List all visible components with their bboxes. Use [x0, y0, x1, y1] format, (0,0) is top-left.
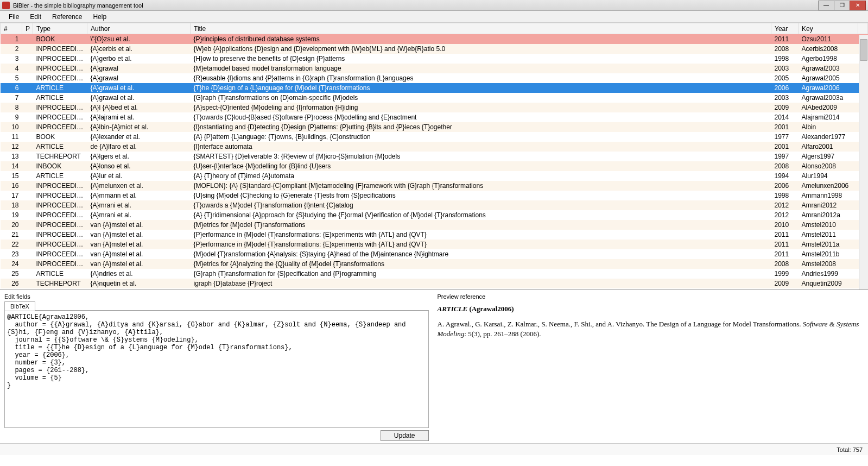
cell-title: {W}eb {A}pplications {D}esign and {D}eve…: [191, 44, 771, 54]
cell-type: INPROCEEDIN...: [33, 259, 87, 269]
cell-title: {U}sing {M}odel {C}hecking to {G}enerate…: [191, 191, 771, 200]
table-row[interactable]: 22INPROCEEDIN...van {A}mstel et al.{P}er…: [1, 240, 868, 249]
table-row[interactable]: 18INPROCEEDIN...{A}mrani et al.{T}owards…: [1, 200, 868, 210]
cell-author: {A}cerbis et al.: [87, 44, 191, 54]
table-row[interactable]: 26TECHREPORT{A}nquetin et al.igraph {D}a…: [1, 279, 868, 288]
table-row[interactable]: 3INPROCEEDIN...{A}gerbo et al.{H}ow to p…: [1, 54, 868, 64]
table-row[interactable]: 15ARTICLE{A}lur et al.{A} {T}heory of {T…: [1, 171, 868, 181]
minimize-button[interactable]: —: [818, 1, 834, 10]
table-row[interactable]: 7ARTICLE{A}grawal et al.{G}raph {T}ransf…: [1, 93, 868, 103]
cell-author: {A}grawal: [87, 73, 191, 83]
table-row[interactable]: 20INPROCEEDIN...van {A}mstel et al.{M}et…: [1, 220, 868, 230]
col-header-key[interactable]: Key: [799, 23, 858, 34]
table-row[interactable]: 13TECHREPORT{A}lgers et al.{SMARTEST} {D…: [1, 152, 868, 161]
cell-p: [22, 259, 33, 269]
cell-p: [22, 112, 33, 122]
table-row[interactable]: 6ARTICLE{A}grawal et al.{T}he {D}esign o…: [1, 83, 868, 93]
col-header-p[interactable]: P: [22, 23, 33, 34]
menu-file[interactable]: File: [3, 12, 24, 22]
table-row[interactable]: 21INPROCEEDIN...van {A}mstel et al.{P}er…: [1, 230, 868, 240]
vertical-scrollbar[interactable]: [859, 35, 868, 289]
cell-year: 1994: [771, 171, 799, 181]
preview-body: ARTICLE (Agrawal2006) A. Agrawal., G. Ka…: [438, 301, 862, 441]
cell-p: [22, 132, 33, 142]
cell-title: {I}nstantiating and {D}etecting {D}esign…: [191, 122, 771, 132]
table-row[interactable]: 10INPROCEEDIN...{A}lbin-{A}miot et al.{I…: [1, 122, 868, 132]
cell-type: INPROCEEDIN...: [33, 210, 87, 220]
cell-type: BOOK: [33, 34, 87, 44]
table-row[interactable]: 14INBOOK{A}lonso et al.{U}ser-{I}nterfac…: [1, 161, 868, 171]
cell-p: [22, 279, 33, 288]
table-row[interactable]: 2INPROCEEDIN...{A}cerbis et al.{W}eb {A}…: [1, 44, 868, 54]
cell-author: {A}grawal et al.: [87, 83, 191, 93]
col-header-author[interactable]: Author: [87, 23, 191, 34]
table-row[interactable]: 5INPROCEEDIN...{A}grawal{R}eusable {I}di…: [1, 73, 868, 83]
cell-p: [22, 161, 33, 171]
table-row[interactable]: 9INPROCEEDIN...{A}lajrami et al.{T}oward…: [1, 112, 868, 122]
col-header-title[interactable]: Title: [191, 23, 771, 34]
cell-title: {A}spect-{O}riented {M}odeling and {I}nf…: [191, 103, 771, 112]
edit-fields-label: Edit fields: [4, 293, 429, 300]
cell-type: INPROCEEDIN...: [33, 220, 87, 230]
table-row[interactable]: 25ARTICLE{A}ndries et al.{G}raph {T}rans…: [1, 269, 868, 279]
cell-p: [22, 230, 33, 240]
cell-p: [22, 220, 33, 230]
cell-p: [22, 54, 33, 64]
cell-key: Ammann1998: [799, 191, 858, 200]
preview-heading-line: ARTICLE (Agrawal2006): [438, 304, 862, 314]
cell-p: [22, 152, 33, 161]
cell-key: Agerbo1998: [799, 54, 858, 64]
table-row[interactable]: 19INPROCEEDIN...{A}mrani et al.{A} {T}ri…: [1, 210, 868, 220]
cell-p: [22, 240, 33, 249]
cell-num: 11: [1, 132, 22, 142]
table-row[interactable]: 8INPROCEEDIN...{A}l {A}bed et al.{A}spec…: [1, 103, 868, 112]
cell-author: {A}l {A}bed et al.: [87, 103, 191, 112]
tab-bibtex[interactable]: BibTeX: [4, 301, 35, 311]
table-row[interactable]: 12ARTICLEde {A}lfaro et al.{I}nterface a…: [1, 142, 868, 152]
cell-year: 2011: [771, 230, 799, 240]
table-row[interactable]: 11BOOK{A}lexander et al.{A} {P}attern {L…: [1, 132, 868, 142]
close-button[interactable]: ✕: [850, 1, 866, 10]
cell-num: 12: [1, 142, 22, 152]
col-header-type[interactable]: Type: [33, 23, 87, 34]
scrollbar-thumb[interactable]: [860, 39, 867, 61]
menu-edit[interactable]: Edit: [24, 12, 47, 22]
cell-p: [22, 269, 33, 279]
cell-num: 3: [1, 54, 22, 64]
bottom-panes: Edit fields BibTeX Update Preview refere…: [0, 290, 868, 443]
table-row[interactable]: 1BOOK\"{O}zsu et al.{P}rinciples of dist…: [1, 34, 868, 44]
cell-num: 20: [1, 220, 22, 230]
table-row[interactable]: 23INPROCEEDIN...van {A}mstel et al.{M}od…: [1, 249, 868, 259]
cell-p: [22, 181, 33, 191]
table-row[interactable]: 4INPROCEEDIN...{A}grawal{M}etamodel base…: [1, 64, 868, 73]
cell-title: {T}he {D}esign of a {L}anguage for {M}od…: [191, 83, 771, 93]
maximize-button[interactable]: ❐: [834, 1, 850, 10]
cell-key: Alfaro2001: [799, 142, 858, 152]
update-button[interactable]: Update: [381, 430, 429, 441]
cell-title: {M}odel {T}ransformation {A}nalysis: {S}…: [191, 249, 771, 259]
bibtex-textarea[interactable]: [4, 311, 429, 428]
cell-num: 5: [1, 73, 22, 83]
cell-num: 15: [1, 171, 22, 181]
cell-year: 2012: [771, 200, 799, 210]
cell-key: Amrani2012: [799, 200, 858, 210]
cell-num: 18: [1, 200, 22, 210]
table-row[interactable]: 16INPROCEEDIN...{A}melunxen et al.{MOFLO…: [1, 181, 868, 191]
cell-p: [22, 210, 33, 220]
table-row[interactable]: 24INPROCEEDIN...van {A}mstel et al.{M}et…: [1, 259, 868, 269]
cell-type: ARTICLE: [33, 269, 87, 279]
table-row[interactable]: 17INPROCEEDIN...{A}mmann et al.{U}sing {…: [1, 191, 868, 200]
cell-title: {M}etamodel based model transformation l…: [191, 64, 771, 73]
cell-p: [22, 83, 33, 93]
cell-type: INPROCEEDIN...: [33, 44, 87, 54]
menu-help[interactable]: Help: [87, 12, 112, 22]
cell-type: INPROCEEDIN...: [33, 191, 87, 200]
cell-num: 6: [1, 83, 22, 93]
col-header-year[interactable]: Year: [771, 23, 799, 34]
cell-p: [22, 249, 33, 259]
cell-year: 2012: [771, 210, 799, 220]
menu-reference[interactable]: Reference: [47, 12, 87, 22]
cell-num: 8: [1, 103, 22, 112]
col-header-num[interactable]: #: [1, 23, 22, 34]
cell-type: INPROCEEDIN...: [33, 54, 87, 64]
